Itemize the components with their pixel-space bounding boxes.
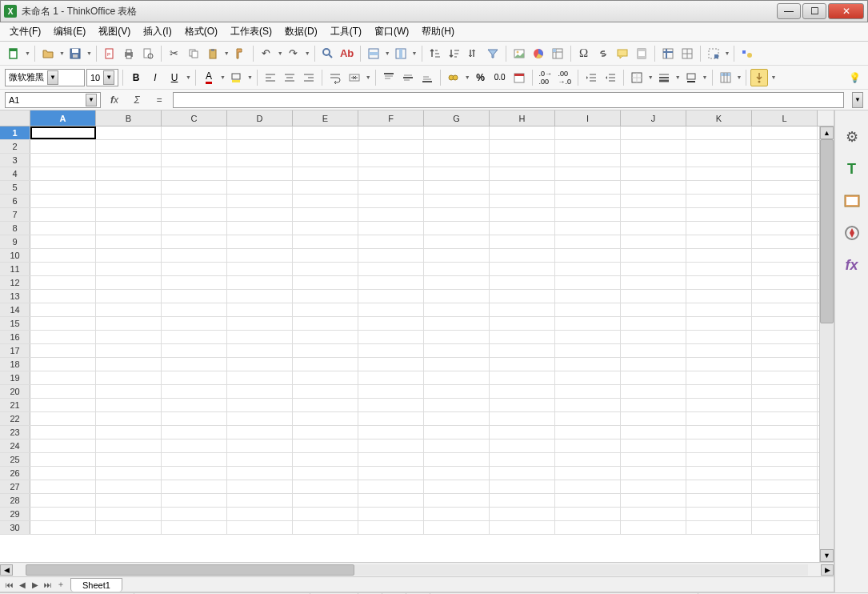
cell-A24[interactable] xyxy=(30,439,96,452)
cell-J8[interactable] xyxy=(621,222,686,235)
cell-H7[interactable] xyxy=(490,208,555,221)
cell-B21[interactable] xyxy=(96,399,162,411)
cell-I21[interactable] xyxy=(555,399,621,411)
cell-J9[interactable] xyxy=(621,235,686,248)
sum-button[interactable]: Σ xyxy=(128,92,146,108)
cell-A1[interactable] xyxy=(30,126,96,139)
add-sheet-button[interactable]: ＋ xyxy=(54,578,67,591)
lightbulb-icon[interactable]: 💡 xyxy=(846,69,863,86)
autoformat-dropdown-icon[interactable]: ▼ xyxy=(737,74,742,80)
border-color-button[interactable] xyxy=(682,69,700,86)
tab-last-button[interactable]: ⏭ xyxy=(42,578,54,591)
cell-B16[interactable] xyxy=(96,331,162,343)
merge-cells-button[interactable] xyxy=(346,69,363,86)
cell-H12[interactable] xyxy=(490,276,555,289)
menu-view[interactable]: 视图(V) xyxy=(94,23,135,40)
cell-I11[interactable] xyxy=(555,263,621,275)
cell-B26[interactable] xyxy=(96,467,162,480)
cell-E16[interactable] xyxy=(293,331,358,343)
cell-E9[interactable] xyxy=(293,235,358,248)
cell-F30[interactable] xyxy=(358,521,424,534)
align-left-button[interactable] xyxy=(262,69,279,86)
cell-B15[interactable] xyxy=(96,317,162,330)
cell-C26[interactable] xyxy=(162,467,227,480)
cell-K19[interactable] xyxy=(686,371,752,384)
border-style-button[interactable] xyxy=(655,69,673,86)
paste-button[interactable] xyxy=(204,45,222,62)
cell-I5[interactable] xyxy=(555,181,621,194)
cell-D13[interactable] xyxy=(227,290,293,303)
cell-L23[interactable] xyxy=(752,426,818,439)
menu-window[interactable]: 窗口(W) xyxy=(370,23,414,40)
cell-H26[interactable] xyxy=(490,467,555,480)
cell-F2[interactable] xyxy=(358,140,424,153)
close-button[interactable]: ✕ xyxy=(828,3,864,19)
cell-A2[interactable] xyxy=(30,140,96,153)
cell-A29[interactable] xyxy=(30,508,96,520)
cell-I4[interactable] xyxy=(555,167,621,180)
freeze-panes-button[interactable] xyxy=(659,45,677,62)
cell-I27[interactable] xyxy=(555,480,621,493)
cell-C23[interactable] xyxy=(162,426,227,439)
cell-G25[interactable] xyxy=(424,453,490,466)
cell-C8[interactable] xyxy=(162,222,227,235)
align-center-button[interactable] xyxy=(281,69,298,86)
cell-H1[interactable] xyxy=(490,126,555,139)
wrap-text-button[interactable] xyxy=(326,69,344,86)
column-header-B[interactable]: B xyxy=(96,110,162,126)
cell-F13[interactable] xyxy=(358,290,424,303)
cell-I1[interactable] xyxy=(555,126,621,139)
cell-L20[interactable] xyxy=(752,385,818,398)
cell-K28[interactable] xyxy=(686,494,752,507)
cell-C29[interactable] xyxy=(162,508,227,520)
cell-D1[interactable] xyxy=(227,126,293,139)
cell-I16[interactable] xyxy=(555,331,621,343)
cell-K18[interactable] xyxy=(686,358,752,371)
cell-G30[interactable] xyxy=(424,521,490,534)
cell-K1[interactable] xyxy=(686,126,752,139)
row-header-23[interactable]: 23 xyxy=(0,426,30,439)
cell-K26[interactable] xyxy=(686,467,752,480)
cell-D3[interactable] xyxy=(227,154,293,167)
cell-L22[interactable] xyxy=(752,412,818,425)
font-size-dropdown-icon[interactable]: ▼ xyxy=(103,70,114,85)
cell-K24[interactable] xyxy=(686,439,752,452)
cell-A18[interactable] xyxy=(30,358,96,371)
cell-K9[interactable] xyxy=(686,235,752,248)
cell-J18[interactable] xyxy=(621,358,686,371)
cell-H20[interactable] xyxy=(490,385,555,398)
cell-L3[interactable] xyxy=(752,154,818,167)
cell-K11[interactable] xyxy=(686,263,752,275)
cell-F6[interactable] xyxy=(358,195,424,207)
cell-L13[interactable] xyxy=(752,290,818,303)
cell-D30[interactable] xyxy=(227,521,293,534)
cell-J23[interactable] xyxy=(621,426,686,439)
cell-H10[interactable] xyxy=(490,249,555,262)
v-scroll-thumb[interactable] xyxy=(820,139,834,323)
cell-A6[interactable] xyxy=(30,195,96,207)
cell-I19[interactable] xyxy=(555,371,621,384)
cell-J10[interactable] xyxy=(621,249,686,262)
export-pdf-button[interactable]: P xyxy=(101,45,118,62)
cell-D16[interactable] xyxy=(227,331,293,343)
cell-B6[interactable] xyxy=(96,195,162,207)
column-header-A[interactable]: A xyxy=(30,110,96,126)
cell-G10[interactable] xyxy=(424,249,490,262)
cell-L27[interactable] xyxy=(752,480,818,493)
cell-J6[interactable] xyxy=(621,195,686,207)
cell-I10[interactable] xyxy=(555,249,621,262)
cell-I30[interactable] xyxy=(555,521,621,534)
cell-C18[interactable] xyxy=(162,358,227,371)
cell-G29[interactable] xyxy=(424,508,490,520)
row-header-20[interactable]: 20 xyxy=(0,385,30,398)
redo-dropdown-icon[interactable]: ▼ xyxy=(305,50,310,56)
row-header-21[interactable]: 21 xyxy=(0,399,30,411)
cell-G21[interactable] xyxy=(424,399,490,411)
horizontal-scrollbar[interactable]: ◀ ▶ xyxy=(0,562,834,576)
cell-B1[interactable] xyxy=(96,126,162,139)
cell-D15[interactable] xyxy=(227,317,293,330)
cell-F8[interactable] xyxy=(358,222,424,235)
cell-H2[interactable] xyxy=(490,140,555,153)
save-dropdown-icon[interactable]: ▼ xyxy=(86,50,92,56)
cell-G12[interactable] xyxy=(424,276,490,289)
